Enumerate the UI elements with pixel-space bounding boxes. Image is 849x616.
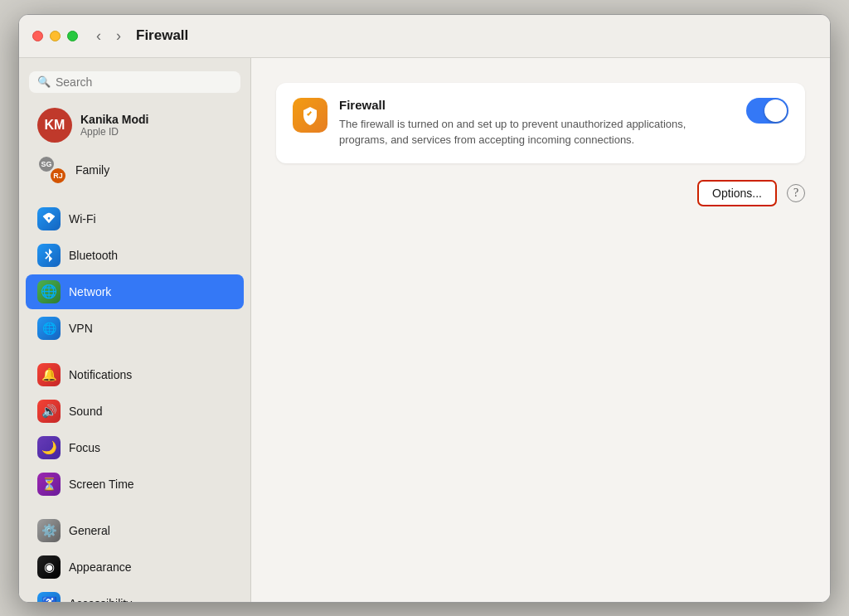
general-icon: ⚙️	[37, 519, 61, 542]
minimize-button[interactable]	[50, 31, 61, 41]
sidebar-item-appearance[interactable]: ◉ Appearance	[26, 550, 244, 584]
focus-icon: 🌙	[37, 436, 61, 459]
sidebar-item-network[interactable]: 🌐 Network	[26, 274, 244, 309]
firewall-toggle[interactable]	[746, 98, 788, 124]
sidebar-item-screentime[interactable]: ⏳ Screen Time	[26, 467, 244, 502]
content-area: 🔍 KM Kanika Modi Apple ID SG RJ Family	[19, 58, 830, 602]
profile-text: Kanika Modi Apple ID	[80, 113, 148, 138]
sidebar-item-bluetooth[interactable]: Bluetooth	[26, 238, 244, 273]
search-icon: 🔍	[37, 75, 51, 88]
back-button[interactable]: ‹	[91, 26, 106, 46]
sound-icon: 🔊	[37, 400, 61, 423]
vpn-icon: 🌐	[37, 317, 61, 340]
sidebar-item-label: Appearance	[69, 560, 132, 574]
svg-line-1	[46, 255, 49, 259]
notifications-icon: 🔔	[37, 363, 61, 386]
search-container: 🔍	[19, 66, 250, 101]
family-label: Family	[75, 163, 109, 177]
family-avatar-2: RJ	[49, 167, 67, 185]
sidebar: 🔍 KM Kanika Modi Apple ID SG RJ Family	[19, 58, 251, 602]
sidebar-item-label: Screen Time	[69, 478, 134, 491]
forward-button[interactable]: ›	[111, 26, 126, 46]
firewall-description: The firewall is turned on and set up to …	[339, 116, 735, 148]
profile-subtitle: Apple ID	[80, 126, 148, 138]
sidebar-item-label: Bluetooth	[69, 249, 118, 262]
sidebar-item-vpn[interactable]: 🌐 VPN	[26, 311, 244, 346]
search-box[interactable]: 🔍	[29, 71, 240, 93]
close-button[interactable]	[32, 31, 43, 41]
titlebar: ‹ › Firewall	[19, 15, 830, 58]
network-icon: 🌐	[37, 280, 61, 303]
page-title: Firewall	[136, 27, 188, 44]
wifi-icon	[37, 207, 61, 230]
help-button[interactable]: ?	[787, 184, 805, 202]
sidebar-item-label: Sound	[69, 405, 102, 418]
toggle-knob	[764, 99, 787, 122]
main-content: Firewall The firewall is turned on and s…	[251, 58, 830, 602]
firewall-text: Firewall The firewall is turned on and s…	[339, 98, 735, 148]
options-button[interactable]: Options...	[697, 180, 777, 206]
firewall-card-title: Firewall	[339, 98, 735, 112]
svg-line-0	[46, 251, 49, 255]
firewall-card: Firewall The firewall is turned on and s…	[276, 83, 805, 163]
sidebar-item-label: Accessibility	[69, 597, 132, 602]
options-row: Options... ?	[276, 180, 805, 206]
sidebar-item-focus[interactable]: 🌙 Focus	[26, 430, 244, 465]
sidebar-item-wifi[interactable]: Wi-Fi	[26, 201, 244, 236]
sidebar-item-label: General	[69, 524, 110, 537]
sidebar-item-family[interactable]: SG RJ Family	[26, 149, 244, 191]
sidebar-item-label: VPN	[69, 322, 93, 335]
sidebar-item-notifications[interactable]: 🔔 Notifications	[26, 357, 244, 392]
bluetooth-icon	[37, 244, 61, 267]
firewall-icon	[293, 98, 327, 133]
sidebar-item-label: Focus	[69, 441, 100, 454]
traffic-lights	[32, 31, 78, 41]
sidebar-item-accessibility[interactable]: ♿ Accessibility	[26, 586, 244, 602]
maximize-button[interactable]	[67, 31, 78, 41]
sidebar-item-label: Wi-Fi	[69, 212, 96, 226]
main-window: ‹ › Firewall 🔍 KM Kanika Modi Apple ID	[18, 14, 831, 603]
avatar: KM	[37, 108, 72, 143]
screentime-icon: ⏳	[37, 473, 61, 496]
accessibility-icon: ♿	[37, 592, 61, 602]
sidebar-item-label: Network	[69, 285, 111, 298]
family-avatars: SG RJ	[37, 155, 67, 185]
sidebar-item-general[interactable]: ⚙️ General	[26, 513, 244, 548]
profile-item[interactable]: KM Kanika Modi Apple ID	[26, 101, 244, 149]
profile-name: Kanika Modi	[80, 113, 148, 126]
sidebar-item-label: Notifications	[69, 368, 132, 381]
sidebar-item-sound[interactable]: 🔊 Sound	[26, 394, 244, 429]
search-input[interactable]	[56, 75, 232, 89]
appearance-icon: ◉	[37, 555, 61, 579]
nav-arrows: ‹ ›	[91, 26, 126, 46]
